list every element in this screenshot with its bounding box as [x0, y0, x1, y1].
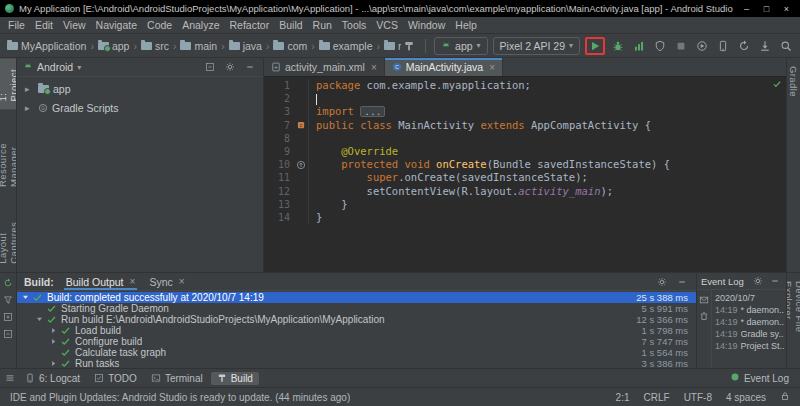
tool-button-resource-manager[interactable]: Resource Manager — [0, 109, 17, 195]
hide-event-log-button[interactable] — [768, 275, 782, 288]
close-tab-icon[interactable]: × — [130, 276, 136, 287]
restart-build-button[interactable] — [1, 276, 15, 289]
breadcrumb-java[interactable]: java — [228, 40, 263, 52]
tool-button-gradle[interactable]: Gradle — [787, 58, 800, 105]
build-tree-row[interactable]: Configure build7 s 747 ms — [17, 336, 696, 347]
build-tree-row[interactable]: Run tasks3 s 386 ms — [17, 358, 696, 368]
build-tab-sync[interactable]: Sync× — [147, 273, 186, 290]
coverage-button[interactable] — [652, 38, 668, 54]
expand-all-button[interactable] — [1, 310, 15, 323]
breadcrumb-myapplication[interactable]: MyApplication — [6, 40, 87, 52]
clear-all-button[interactable] — [697, 309, 711, 322]
run-button[interactable] — [585, 37, 605, 55]
breadcrumb-chevron-icon: › — [375, 40, 381, 52]
device-manager-button[interactable] — [715, 38, 731, 54]
breadcrumb-com[interactable]: com — [272, 40, 308, 52]
menu-tools[interactable]: Tools — [337, 18, 372, 32]
minusbox-icon — [205, 62, 215, 72]
menu-analyze[interactable]: Analyze — [177, 18, 224, 32]
collapse-all-button[interactable] — [203, 61, 217, 74]
gradle-scripts-icon: G — [38, 103, 48, 113]
code-line-8: 8 — [264, 132, 786, 145]
profiler-button[interactable] — [631, 38, 647, 54]
tool-button-1-project[interactable]: 1: Project — [0, 58, 17, 109]
stop-button[interactable] — [673, 38, 689, 54]
folder-icon — [7, 42, 18, 50]
minimize-button[interactable]: – — [740, 4, 753, 14]
editor-tab-mainactivity-java[interactable]: CMainActivity.java× — [385, 58, 503, 76]
menu-help[interactable]: Help — [450, 18, 482, 32]
device-dropdown[interactable]: Pixel 2 API 29 ▾ — [493, 37, 580, 55]
breadcrumb-myapplication[interactable]: myapplication — [383, 40, 401, 52]
breadcrumb-chevron-icon: › — [172, 40, 178, 52]
line-number: 8 — [264, 132, 294, 145]
filter-button[interactable] — [1, 293, 15, 306]
line-number: 14 — [264, 211, 294, 224]
code-editor[interactable]: 1package com.example.myapplication;23imp… — [264, 77, 786, 272]
build-panel-title: Build: — [24, 276, 54, 288]
close-button[interactable]: × — [780, 4, 793, 14]
menu-view[interactable]: View — [58, 18, 91, 32]
menu-vcs[interactable]: VCS — [371, 18, 403, 32]
hide-panel-button[interactable] — [243, 61, 257, 74]
project-tree-item-app[interactable]: ▸app — [17, 79, 263, 98]
caret-position[interactable]: 2:1 — [616, 392, 630, 403]
debug-icon — [612, 40, 624, 52]
menu-window[interactable]: Window — [403, 18, 450, 32]
dash-icon — [245, 62, 255, 72]
indent-style[interactable]: 4 spaces — [726, 392, 766, 403]
tool-window-button-terminal[interactable]: Terminal — [145, 372, 209, 385]
project-view-selector[interactable]: Android — [37, 61, 73, 73]
tool-window-button-6-logcat[interactable]: 6: Logcat — [19, 372, 86, 385]
main-area: 1: ProjectResource ManagerLayout Capture… — [0, 58, 800, 272]
readonly-lock-icon[interactable] — [780, 391, 790, 403]
check-icon — [46, 314, 57, 325]
event-log-button[interactable]: Event Log — [724, 371, 795, 385]
breadcrumb-main[interactable]: main — [179, 40, 218, 52]
build-tree-row[interactable]: Calculate task graph1 s 564 ms — [17, 347, 696, 358]
close-tab-icon[interactable]: × — [179, 276, 185, 287]
menu-navigate[interactable]: Navigate — [91, 18, 142, 32]
menu-file[interactable]: File — [3, 18, 30, 32]
event-log-settings-button[interactable] — [751, 275, 765, 288]
tool-window-button-build[interactable]: Build — [211, 372, 259, 385]
menu-edit[interactable]: Edit — [30, 18, 58, 32]
file-encoding[interactable]: UTF-8 — [684, 392, 712, 403]
debug-button[interactable] — [610, 38, 626, 54]
sdk-manager-button[interactable] — [757, 38, 773, 54]
attach-debugger-button[interactable] — [694, 38, 710, 54]
build-settings-button[interactable] — [655, 275, 669, 288]
tool-window-button-todo[interactable]: TODO — [88, 372, 143, 385]
breadcrumb-app[interactable]: app — [97, 40, 131, 52]
menu-run[interactable]: Run — [308, 18, 337, 32]
settings-button[interactable] — [223, 61, 237, 74]
close-tab-icon[interactable]: × — [489, 62, 495, 73]
menu-build[interactable]: Build — [274, 18, 307, 32]
android-icon — [441, 40, 451, 50]
hide-build-panel-button[interactable] — [675, 275, 689, 288]
breadcrumb-example[interactable]: example — [318, 40, 374, 52]
search-everywhere-button[interactable] — [778, 38, 794, 54]
line-separator[interactable]: CRLF — [644, 392, 670, 403]
build-tree-row[interactable]: Starting Gradle Daemon5 s 991 ms — [17, 303, 696, 314]
mark-all-read-button[interactable] — [697, 293, 711, 306]
editor-tab-activity-main-xml[interactable]: activity_main.xml× — [264, 58, 385, 76]
maximize-button[interactable]: □ — [760, 4, 773, 14]
tool-button-layout-captures[interactable]: Layout Captures — [0, 195, 17, 272]
build-tab-build-output[interactable]: Build Output× — [64, 273, 138, 290]
project-tree-item-gradle-scripts[interactable]: ▸GGradle Scripts — [17, 98, 263, 117]
menu-refactor[interactable]: Refactor — [225, 18, 275, 32]
close-tab-icon[interactable]: × — [371, 62, 377, 73]
app-module-icon — [38, 85, 49, 93]
build-tree-row[interactable]: Build: completed successfully at 2020/10… — [17, 292, 696, 303]
menu-code[interactable]: Code — [142, 18, 177, 32]
tool-button-device-file-explorer[interactable]: Device File Explorer — [786, 273, 800, 368]
build-tree-row[interactable]: Load build1 s 798 ms — [17, 325, 696, 336]
tool-windows-menu-icon[interactable] — [5, 373, 15, 383]
gradle-sync-button[interactable] — [736, 38, 752, 54]
build-project-button[interactable] — [401, 38, 417, 54]
breadcrumb-src[interactable]: src — [140, 40, 170, 52]
collapse-all-button[interactable] — [1, 327, 15, 340]
run-config-dropdown[interactable]: app ▾ — [434, 37, 488, 55]
build-tree-row[interactable]: Run build E:\Android\AndroidStudioProjec… — [17, 314, 696, 325]
